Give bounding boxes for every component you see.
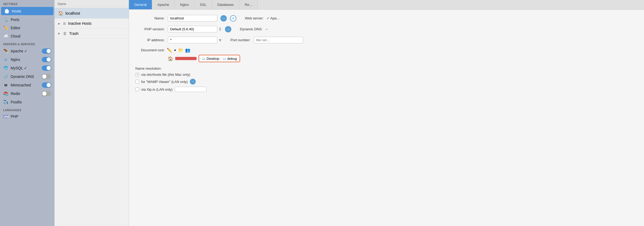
document-root-label: Document root: <box>135 48 165 52</box>
ip-address-input[interactable] <box>168 37 217 43</box>
php-icon: php <box>3 115 9 118</box>
tabs-bar: General Apache Nginx SSL Databases Re... <box>129 0 644 10</box>
breadcrumb-folder2-icon: 🗂 <box>223 56 226 61</box>
sidebar-item-hosts-label: Hosts <box>12 9 50 13</box>
name-resolution-title: Name resolution: <box>135 66 638 70</box>
host-list-panel: Name 🏠 localhost ▶ ⊠ Inactive Hosts ▶ 🗑 … <box>55 0 129 226</box>
xip-input[interactable] <box>175 87 207 92</box>
webserver-label: Web server: <box>245 16 264 20</box>
inactive-hosts-icon: ⊠ <box>63 22 66 26</box>
sidebar-item-php-label: PHP <box>11 114 51 119</box>
host-list-item-inactive-hosts[interactable]: ▶ ⊠ Inactive Hosts <box>55 19 129 28</box>
sidebar-item-postfix[interactable]: ✈️ Postfix <box>0 98 55 106</box>
breadcrumb-label2: debug <box>227 57 237 61</box>
php-version-arrow-button[interactable]: → <box>225 26 231 32</box>
document-root-bar <box>175 57 196 60</box>
mysql-toggle[interactable] <box>42 65 51 71</box>
etc-hosts-checkmark: ✓ <box>136 73 139 76</box>
inactive-hosts-expand-icon: ▶ <box>58 22 60 25</box>
host-list-item-trash[interactable]: ▶ 🗑 Trash <box>55 28 129 39</box>
sidebar-item-mysql[interactable]: 🐬 MySQL ✓ <box>0 64 55 72</box>
ip-address-dropdown-icon[interactable]: ▼ <box>218 38 222 42</box>
redis-icon: 📚 <box>3 91 9 96</box>
webserver-value: ✓ Apa... <box>267 16 279 20</box>
mamp-viewer-checkbox[interactable] <box>135 80 139 83</box>
document-root-row: Document root: ✏️ ▼ 📁 👥 <box>135 48 638 53</box>
name-arrow-button[interactable]: → <box>220 15 227 22</box>
sidebar-item-hosts[interactable]: 🏠 Hosts <box>1 7 53 15</box>
sidebar-item-editor[interactable]: ✏️ Editor <box>0 24 55 32</box>
breadcrumb-folder1-icon: 🗂 <box>202 56 206 61</box>
ip-address-row: IP address: ▼ Port number: <box>135 37 638 43</box>
main-panel: General Apache Nginx SSL Databases Re...… <box>129 0 644 226</box>
tab-nginx[interactable]: Nginx <box>175 0 194 9</box>
host-list-header: Name <box>55 0 129 8</box>
document-root-folder-icon[interactable]: 📁 <box>178 48 183 53</box>
sidebar: SETTINGS 🏠 Hosts ⚓ Ports ✏️ Editor ☁️ Cl… <box>0 0 55 226</box>
settings-section-label: SETTINGS <box>0 0 55 7</box>
name-dropdown-button[interactable]: ▼ <box>230 15 236 22</box>
memcached-icon: M <box>3 83 9 87</box>
xip-checkbox[interactable] <box>135 87 139 91</box>
apache-toggle[interactable] <box>42 48 51 54</box>
postfix-icon: ✈️ <box>3 99 9 104</box>
dynamic-dns-icon: 🔗 <box>3 74 9 79</box>
inactive-hosts-label: Inactive Hosts <box>68 21 91 26</box>
php-version-stepper[interactable]: ⇕ <box>218 27 222 32</box>
sidebar-item-memcached[interactable]: M Memcached <box>0 81 55 89</box>
resolution-mamp-viewer: for "MAMP Viewer" (LAN only) → <box>135 79 638 85</box>
sidebar-item-cloud[interactable]: ☁️ Cloud <box>0 32 55 40</box>
tab-general[interactable]: General <box>129 0 152 9</box>
sidebar-item-apache-label: Apache ✓ <box>11 49 40 53</box>
trash-icon: 🗑 <box>63 31 67 36</box>
host-list-item-localhost[interactable]: 🏠 localhost <box>55 8 129 19</box>
breadcrumb-label1: Desktop <box>207 57 219 61</box>
mamp-viewer-arrow-button[interactable]: → <box>190 79 196 85</box>
name-row: Name: → ▼ Web server: ✓ Apa... <box>135 15 638 22</box>
document-root-edit-icon[interactable]: ✏️ <box>167 48 172 53</box>
document-root-users-icon[interactable]: 👥 <box>185 48 190 53</box>
sidebar-item-mysql-label: MySQL ✓ <box>11 66 40 70</box>
sidebar-item-redis-label: Redis <box>11 91 40 96</box>
languages-section-label: LANGUAGES <box>0 106 55 113</box>
document-root-section: Document root: ✏️ ▼ 📁 👥 🏠 🗂 Desktop › 🗂 … <box>135 48 638 62</box>
memcached-toggle[interactable] <box>42 82 51 88</box>
sidebar-item-redis[interactable]: 📚 Redis <box>0 89 55 98</box>
etc-hosts-label: via /etc/hosts file (this Mac only) <box>141 73 190 77</box>
name-label: Name: <box>135 16 165 20</box>
general-form: Name: → ▼ Web server: ✓ Apa... PHP versi… <box>129 10 644 226</box>
nginx-icon: G <box>3 58 9 62</box>
tab-apache[interactable]: Apache <box>152 0 175 9</box>
sidebar-item-php[interactable]: php PHP <box>0 113 55 120</box>
etc-hosts-checkbox[interactable]: ✓ <box>135 73 139 77</box>
nginx-toggle[interactable] <box>42 57 51 62</box>
document-root-home-icon: 🏠 <box>168 56 173 61</box>
port-number-input[interactable] <box>254 37 303 43</box>
ip-address-label: IP address: <box>135 38 165 42</box>
cloud-icon: ☁️ <box>3 34 9 39</box>
redis-toggle[interactable] <box>42 91 51 96</box>
editor-icon: ✏️ <box>3 25 9 30</box>
sidebar-item-nginx[interactable]: G Nginx <box>0 55 55 64</box>
document-root-path-row: 🏠 🗂 Desktop › 🗂 debug <box>168 55 638 62</box>
breadcrumb-separator: › <box>220 57 221 60</box>
trash-expand-icon: ▶ <box>58 32 60 35</box>
document-root-breadcrumb[interactable]: 🗂 Desktop › 🗂 debug <box>199 55 240 62</box>
sidebar-item-ports-label: Ports <box>11 18 51 22</box>
sidebar-item-ports[interactable]: ⚓ Ports <box>0 15 55 24</box>
host-list-column-name: Name <box>58 2 66 6</box>
tab-ssl[interactable]: SSL <box>195 0 212 9</box>
name-input[interactable] <box>168 15 217 22</box>
tab-re[interactable]: Re... <box>239 0 257 9</box>
dynamic-dns-value: – <box>266 27 267 31</box>
dynamic-dns-toggle[interactable] <box>42 74 51 79</box>
tab-databases[interactable]: Databases <box>212 0 239 9</box>
apache-icon: 🪶 <box>3 49 9 54</box>
sidebar-item-dynamic-dns-label: Dynamic DNS <box>11 74 40 79</box>
xip-label: via Xip.io (LAN only) <box>141 87 173 91</box>
php-version-input[interactable] <box>168 26 217 32</box>
sidebar-item-dynamic-dns[interactable]: 🔗 Dynamic DNS <box>0 72 55 81</box>
sidebar-item-nginx-label: Nginx <box>11 57 40 62</box>
sidebar-item-apache[interactable]: 🪶 Apache ✓ <box>0 47 55 55</box>
document-root-dropdown-icon[interactable]: ▼ <box>174 49 177 52</box>
